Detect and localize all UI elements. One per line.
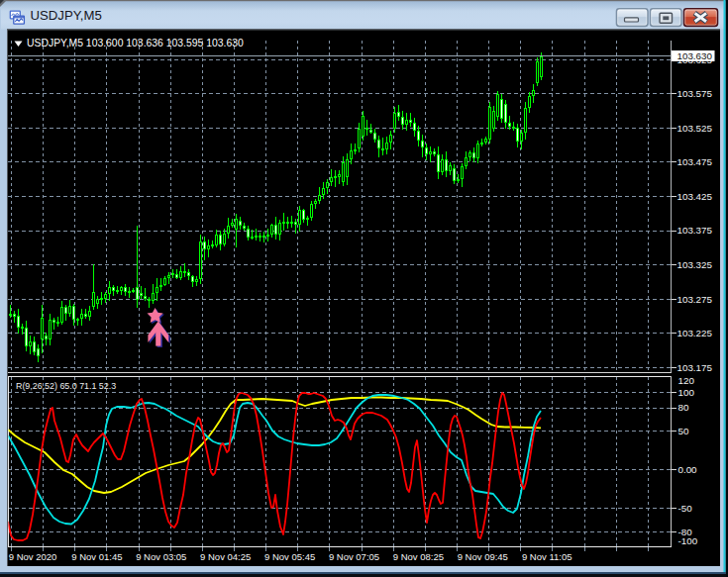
- svg-text:103.225: 103.225: [677, 328, 713, 338]
- svg-text:USDJPY,M5 103.600 103.636 103.: USDJPY,M5 103.600 103.636 103.595 103.63…: [27, 38, 244, 48]
- svg-text:USDJPY,M5: USDJPY,M5: [31, 8, 102, 23]
- svg-text:103.525: 103.525: [677, 123, 713, 134]
- svg-text:9 Nov 05:45: 9 Nov 05:45: [264, 551, 315, 562]
- svg-text:9 Nov 09:45: 9 Nov 09:45: [458, 551, 508, 562]
- svg-text:9 Nov 08:25: 9 Nov 08:25: [393, 551, 444, 562]
- svg-text:R(9,26,52) 65.0 71.1 52.3: R(9,26,52) 65.0 71.1 52.3: [16, 381, 116, 391]
- svg-text:80: 80: [678, 402, 689, 413]
- svg-text:103.175: 103.175: [677, 362, 713, 373]
- svg-text:9 Nov 01:45: 9 Nov 01:45: [71, 551, 122, 562]
- svg-text:-100: -100: [678, 535, 698, 546]
- svg-text:103.630: 103.630: [677, 50, 713, 61]
- svg-text:9 Nov 2020: 9 Nov 2020: [9, 551, 57, 562]
- svg-text:0.00: 0.00: [678, 464, 698, 475]
- svg-text:9 Nov 04:25: 9 Nov 04:25: [200, 551, 251, 562]
- svg-text:-50: -50: [678, 503, 693, 514]
- svg-text:103.475: 103.475: [677, 156, 713, 167]
- svg-text:103.375: 103.375: [677, 225, 713, 236]
- svg-text:100: 100: [678, 387, 695, 398]
- svg-text:120: 120: [678, 375, 695, 386]
- svg-text:103.575: 103.575: [677, 88, 713, 99]
- svg-text:50: 50: [678, 426, 689, 436]
- svg-text:9 Nov 07:05: 9 Nov 07:05: [329, 551, 379, 562]
- svg-text:103.325: 103.325: [677, 259, 713, 270]
- svg-text:103.275: 103.275: [677, 294, 713, 305]
- svg-text:9 Nov 11:05: 9 Nov 11:05: [522, 551, 572, 562]
- svg-text:9 Nov 03:05: 9 Nov 03:05: [136, 551, 186, 562]
- svg-text:103.425: 103.425: [677, 191, 713, 202]
